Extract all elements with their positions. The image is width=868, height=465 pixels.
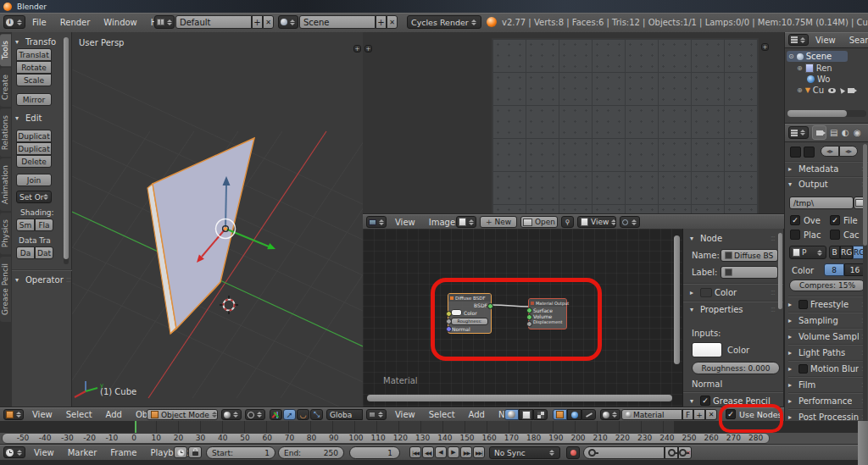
scene-field[interactable]: Scene bbox=[299, 15, 376, 29]
nav-back-button[interactable]: ◂▸ bbox=[821, 146, 839, 157]
use-nodes-checkbox[interactable] bbox=[726, 409, 736, 419]
material-add-button[interactable]: + bbox=[693, 409, 705, 420]
output-path-field[interactable]: /tmp\ bbox=[789, 197, 854, 209]
screen-layout-add-button[interactable]: + bbox=[252, 15, 263, 29]
outliner-row-world[interactable]: Wo bbox=[807, 74, 866, 85]
properties-panel[interactable]: ▸Motion Blur bbox=[788, 360, 865, 376]
start-frame-field[interactable]: Start: 1 bbox=[206, 446, 275, 459]
operator-panel-header[interactable]: ▾Operator bbox=[15, 275, 70, 285]
panel-drag-dots[interactable] bbox=[771, 235, 775, 242]
scrollbar-thumb[interactable] bbox=[787, 110, 847, 117]
panel-checkbox[interactable] bbox=[798, 364, 808, 374]
jump-to-end-button[interactable]: ▶▶| bbox=[473, 446, 485, 458]
timeline-ruler[interactable]: -50-40-30-20-100102030405060708090100110… bbox=[0, 433, 858, 444]
join-button[interactable]: Join bbox=[16, 174, 52, 186]
data-layout-button[interactable]: Dat bbox=[35, 246, 53, 259]
panel-drag-dots[interactable] bbox=[771, 289, 775, 296]
screen-layout-delete-button[interactable]: ✕ bbox=[263, 15, 274, 29]
file-extensions-toggle[interactable]: File bbox=[830, 215, 858, 225]
mode-select[interactable]: Object Mode bbox=[147, 409, 218, 420]
scale-button[interactable]: Scale bbox=[16, 74, 52, 86]
node-panel-header[interactable]: ▾Node bbox=[690, 234, 775, 243]
end-frame-field[interactable]: End: 250 bbox=[278, 446, 344, 459]
edit-panel-header[interactable]: ▾Edit bbox=[15, 113, 68, 123]
shading-select[interactable] bbox=[221, 409, 242, 420]
properties-panel[interactable]: ▸Sampling bbox=[788, 312, 865, 328]
node-header[interactable]: Material Output bbox=[529, 299, 566, 307]
node-canvas-vscrollbar[interactable] bbox=[674, 235, 680, 364]
tool-tab-grease-pencil[interactable]: Grease Pencil bbox=[0, 257, 11, 322]
pin-button[interactable]: ⚲ bbox=[561, 216, 574, 228]
compositing-nodes-button[interactable] bbox=[519, 409, 533, 420]
node-name-field[interactable]: Diffuse BS bbox=[721, 249, 778, 262]
translate-button[interactable]: Translat bbox=[16, 48, 52, 61]
pin-id-toggle-2[interactable] bbox=[804, 147, 815, 158]
corner-resize-block[interactable] bbox=[858, 421, 868, 465]
color-input-row[interactable]: Color bbox=[448, 309, 491, 316]
delete-keyframe-button[interactable]: ✕ bbox=[678, 446, 692, 459]
placeholders-checkbox[interactable] bbox=[790, 230, 800, 240]
cursor-3d[interactable] bbox=[220, 296, 238, 314]
bsdf-output-socket[interactable] bbox=[487, 303, 493, 309]
image-menu-view[interactable]: View bbox=[388, 218, 422, 227]
color-swatch[interactable] bbox=[451, 309, 462, 316]
scene-add-button[interactable]: + bbox=[376, 15, 387, 29]
sync-select[interactable]: No Sync bbox=[489, 446, 560, 459]
properties-panel[interactable]: ▸Freestyle bbox=[788, 296, 865, 312]
set-origin-button[interactable]: Set Or bbox=[16, 191, 52, 203]
fake-user-button[interactable]: F bbox=[682, 409, 693, 420]
tool-shelf-scrollbar[interactable] bbox=[64, 37, 69, 264]
screen-layout-browse-button[interactable] bbox=[154, 15, 175, 29]
timeline-menu-frame[interactable]: Frame bbox=[103, 448, 143, 457]
roughness-slider[interactable]: Roughness: 0.000 bbox=[692, 362, 780, 374]
plane-object[interactable] bbox=[147, 138, 254, 334]
depth-8-button[interactable]: 8 bbox=[824, 263, 844, 276]
properties-panel[interactable]: ▸Performance bbox=[788, 392, 865, 408]
channels-bw-button[interactable]: B bbox=[829, 246, 840, 259]
timeline-menu-view[interactable]: View bbox=[27, 448, 61, 457]
tab-world[interactable]: ◉ bbox=[854, 128, 861, 137]
play-reverse-button[interactable]: ◀ bbox=[435, 446, 447, 458]
normal-input-socket[interactable] bbox=[446, 326, 452, 332]
scrollbar-thumb[interactable] bbox=[64, 37, 69, 259]
panel-checkbox[interactable] bbox=[798, 300, 808, 309]
overwrite-checkbox[interactable] bbox=[790, 215, 800, 225]
scene-browse-button[interactable] bbox=[278, 15, 298, 29]
file-format-select[interactable]: P bbox=[789, 246, 826, 259]
tool-tab-create[interactable]: Create bbox=[0, 68, 11, 107]
tab-render-layers[interactable]: ▤ bbox=[830, 128, 837, 137]
editor-type-image-button[interactable] bbox=[366, 216, 387, 228]
expand-icon[interactable]: ⊕ bbox=[797, 86, 803, 94]
node-header[interactable]: Diffuse BSDF bbox=[448, 294, 491, 302]
jump-to-start-button[interactable]: |◀◀ bbox=[409, 446, 421, 458]
auto-keyframe-button[interactable] bbox=[566, 446, 580, 459]
image-open-button[interactable]: Open bbox=[520, 216, 558, 228]
compression-slider[interactable]: Compres: 15% bbox=[789, 280, 865, 291]
panel-drag-dots[interactable] bbox=[771, 306, 775, 313]
viewport-menu-add[interactable]: Add bbox=[99, 410, 129, 419]
tool-tab-physics[interactable]: Physics bbox=[0, 213, 11, 254]
displacement-input-socket[interactable] bbox=[526, 321, 532, 327]
duplicate-linked-button[interactable]: Duplicat bbox=[16, 142, 52, 155]
outliner-menu-search[interactable]: Search bbox=[843, 36, 868, 45]
data-transfer-button[interactable]: Da bbox=[16, 246, 35, 259]
viewport-3d[interactable]: y User Persp (1) Cube + bbox=[72, 32, 364, 407]
collapse-icon[interactable]: ⊙ bbox=[788, 53, 794, 60]
use-nodes-toggle[interactable]: Use Nodes bbox=[726, 409, 782, 419]
node-editor-canvas[interactable]: Material Diffuse BSDF BSDF Color Roughne… bbox=[363, 229, 683, 407]
manipulator-axes-button[interactable] bbox=[270, 409, 282, 420]
render-engine-select[interactable]: Cycles Render bbox=[407, 15, 481, 29]
info-menu-file[interactable]: File bbox=[25, 18, 53, 27]
node-menu-view[interactable]: View bbox=[388, 410, 422, 419]
node-canvas-hscrollbar[interactable] bbox=[367, 395, 672, 401]
outliner-row-scene[interactable]: ⊙ Scene bbox=[787, 51, 848, 62]
diffuse-bsdf-node[interactable]: Diffuse BSDF BSDF Color Roughness: 0.000… bbox=[448, 293, 492, 334]
shade-flat-button[interactable]: Fla bbox=[35, 219, 53, 231]
editor-type-3dview-button[interactable] bbox=[3, 409, 24, 420]
image-new-button[interactable]: +New bbox=[480, 216, 517, 228]
cache-checkbox[interactable] bbox=[830, 230, 840, 240]
grease-pencil-checkbox[interactable] bbox=[700, 396, 710, 406]
scrollbar-thumb[interactable] bbox=[863, 144, 867, 246]
tool-tab-animation[interactable]: Animation bbox=[0, 158, 11, 211]
color-input-socket[interactable] bbox=[446, 311, 452, 317]
